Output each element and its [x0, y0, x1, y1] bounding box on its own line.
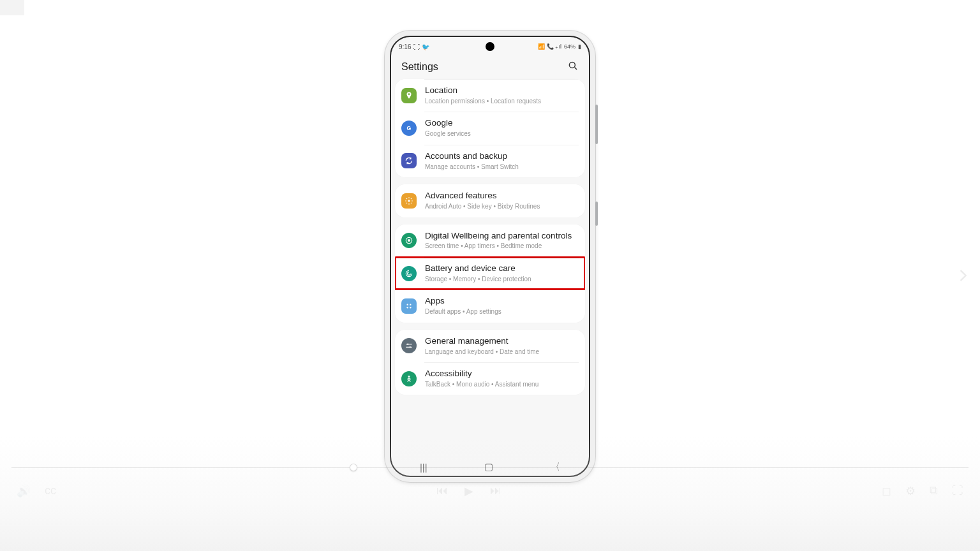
row-title: Advanced features [425, 191, 540, 202]
settings-row-advanced-icon [401, 193, 417, 209]
row-subtitle: Storage • Memory • Device protection [425, 275, 531, 284]
settings-row-apps-icon [401, 298, 417, 314]
status-battery-pct: 64% [564, 43, 575, 50]
volume-button [595, 105, 598, 144]
row-text: General managementLanguage and keyboard … [425, 336, 539, 356]
row-subtitle: Android Auto • Side key • Bixby Routines [425, 202, 540, 211]
row-title: Location [425, 85, 541, 96]
svg-point-7 [410, 304, 411, 305]
phone-frame: 9:16 ⛶ 🐦 📶 📞 ₊ıl 64% ▮ Settings Location… [385, 31, 595, 482]
settings-card: LocationLocation permissions • Location … [395, 79, 585, 177]
settings-row-location[interactable]: LocationLocation permissions • Location … [395, 79, 585, 112]
row-subtitle: Screen time • App timers • Bedtime mode [425, 242, 572, 251]
status-time: 9:16 [399, 43, 411, 50]
settings-row-wellbeing-icon [401, 233, 417, 248]
page-title: Settings [401, 61, 438, 73]
row-text: GoogleGoogle services [425, 118, 471, 138]
settings-row-wellbeing[interactable]: Digital Wellbeing and parental controlsS… [395, 224, 585, 257]
row-title: Accessibility [425, 369, 538, 379]
settings-row-battery-icon [401, 266, 417, 281]
settings-row-general[interactable]: General managementLanguage and keyboard … [395, 330, 585, 362]
cc-icon[interactable]: cc [45, 484, 56, 503]
row-title: Digital Wellbeing and parental controls [425, 231, 572, 242]
svg-point-1 [408, 93, 410, 95]
row-subtitle: Language and keyboard • Date and time [425, 348, 539, 356]
row-text: Advanced featuresAndroid Auto • Side key… [425, 191, 540, 210]
settings-row-google[interactable]: GGoogleGoogle services [395, 112, 585, 144]
settings-card: Advanced featuresAndroid Auto • Side key… [395, 184, 585, 217]
app-header: Settings [391, 52, 589, 79]
svg-point-10 [407, 344, 408, 345]
settings-row-accessibility-icon [401, 371, 417, 386]
row-text: AccessibilityTalkBack • Mono audio • Ass… [425, 369, 538, 388]
fwd-icon[interactable]: ⏭ [490, 484, 501, 503]
play-icon[interactable]: ▶ [464, 484, 473, 503]
svg-point-0 [569, 62, 575, 68]
settings-list[interactable]: LocationLocation permissions • Location … [391, 79, 589, 395]
status-left-icons: ⛶ 🐦 [413, 43, 429, 50]
phone-screen: 9:16 ⛶ 🐦 📶 📞 ₊ıl 64% ▮ Settings Location… [390, 36, 590, 477]
row-text: Accounts and backupManage accounts • Sma… [425, 151, 519, 171]
status-right-icons: 📶 📞 ₊ıl [538, 43, 561, 50]
row-text: LocationLocation permissions • Location … [425, 85, 541, 105]
settings-card: Digital Wellbeing and parental controlsS… [395, 224, 585, 323]
settings-row-advanced[interactable]: Advanced featuresAndroid Auto • Side key… [395, 184, 585, 217]
row-text: Digital Wellbeing and parental controlsS… [425, 231, 572, 251]
row-subtitle: TalkBack • Mono audio • Assistant menu [425, 380, 538, 389]
svg-point-8 [407, 307, 408, 308]
row-subtitle: Location permissions • Location requests [425, 97, 541, 106]
svg-point-12 [408, 376, 410, 378]
bookmark-icon[interactable]: ◻ [882, 484, 891, 503]
row-subtitle: Google services [425, 129, 471, 138]
settings-row-general-icon [401, 338, 417, 353]
svg-point-9 [410, 307, 411, 308]
pip-icon[interactable]: ⧉ [930, 484, 938, 503]
row-subtitle: Manage accounts • Smart Switch [425, 163, 519, 172]
svg-point-6 [407, 304, 408, 305]
volume-icon[interactable]: 🔊 [17, 484, 31, 503]
next-chevron[interactable] [946, 258, 980, 293]
settings-row-accounts[interactable]: Accounts and backupManage accounts • Sma… [395, 145, 585, 177]
svg-text:G: G [407, 125, 412, 131]
settings-row-google-icon: G [401, 121, 417, 136]
settings-row-apps[interactable]: AppsDefault apps • App settings [395, 290, 585, 322]
progress-thumb[interactable] [350, 464, 357, 471]
fullscreen-icon[interactable]: ⛶ [952, 484, 963, 503]
player-controls: 🔊 cc ⏮ ▶ ⏭ ◻ ⚙ ⧉ ⛶ [0, 484, 980, 503]
row-title: General management [425, 336, 539, 347]
row-text: AppsDefault apps • App settings [425, 296, 501, 316]
corner-decoration [0, 0, 24, 15]
power-button [595, 202, 598, 226]
battery-icon: ▮ [578, 43, 581, 50]
settings-row-battery[interactable]: Battery and device careStorage • Memory … [395, 257, 585, 290]
settings-icon[interactable]: ⚙ [905, 484, 916, 503]
settings-card: General managementLanguage and keyboard … [395, 330, 585, 395]
row-title: Accounts and backup [425, 151, 519, 162]
svg-point-11 [410, 346, 411, 348]
row-title: Apps [425, 296, 501, 307]
search-icon[interactable] [567, 60, 579, 74]
settings-row-accessibility[interactable]: AccessibilityTalkBack • Mono audio • Ass… [395, 362, 585, 395]
row-title: Battery and device care [425, 263, 531, 274]
row-title: Google [425, 118, 471, 129]
video-progress[interactable] [11, 467, 969, 468]
svg-point-3 [408, 200, 410, 202]
settings-row-location-icon [401, 88, 417, 103]
settings-row-accounts-icon [401, 153, 417, 168]
camera-cutout [486, 42, 494, 51]
row-subtitle: Default apps • App settings [425, 307, 501, 316]
prev-icon[interactable]: ⏮ [436, 484, 448, 503]
row-text: Battery and device careStorage • Memory … [425, 263, 531, 283]
svg-point-5 [408, 239, 410, 242]
